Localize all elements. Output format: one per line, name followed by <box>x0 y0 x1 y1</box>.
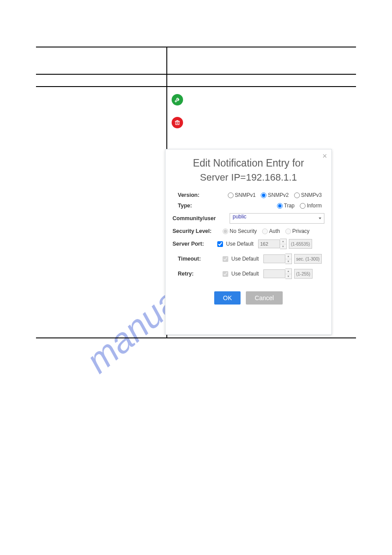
retry-hint: (1-255) <box>294 269 313 279</box>
table-cell <box>36 47 166 74</box>
wrench-icon[interactable] <box>172 94 183 105</box>
cancel-button[interactable]: Cancel <box>246 291 283 305</box>
field-security: Security Level: No Security Auth Privacy <box>173 228 324 234</box>
label-retry: Retry: <box>173 271 218 277</box>
table-row <box>36 74 356 86</box>
table-cell <box>166 75 356 86</box>
checkbox-label: Use Default <box>231 256 259 262</box>
radio-label: Privacy <box>292 228 309 234</box>
table-cell <box>36 75 166 86</box>
label-security: Security Level: <box>173 228 220 234</box>
radio-no-security[interactable]: No Security <box>223 228 257 234</box>
checkbox-label: Use Default <box>231 271 259 277</box>
dialog-title: Edit Notification Entry for <box>173 157 324 169</box>
spinner-icon[interactable]: ▴▾ <box>285 268 292 279</box>
close-icon[interactable]: × <box>322 152 327 160</box>
radio-label: Trap <box>284 203 295 209</box>
radio-auth[interactable]: Auth <box>262 228 280 234</box>
radio-privacy[interactable]: Privacy <box>285 228 309 234</box>
radio-label: No Security <box>230 228 257 234</box>
spinner-icon[interactable]: ▴▾ <box>280 239 287 249</box>
label-version: Version: <box>173 192 225 198</box>
radio-inform[interactable]: Inform <box>300 203 322 209</box>
retry-input-wrap: ▴▾ <box>263 268 292 279</box>
use-default-timeout[interactable]: Use Default <box>221 255 259 263</box>
timeout-input-wrap: ▴▾ <box>263 254 292 264</box>
spinner-icon[interactable]: ▴▾ <box>285 254 292 264</box>
label-server-port: Server Port: <box>173 241 213 247</box>
trash-icon[interactable] <box>172 117 183 128</box>
field-type: Type: Trap Inform <box>173 203 324 209</box>
retry-input[interactable] <box>263 269 285 278</box>
ok-button[interactable]: OK <box>214 291 241 305</box>
table-row: × Edit Notification Entry for Server IP=… <box>36 86 356 338</box>
table-cell <box>36 87 166 337</box>
label-community: Community/user <box>173 215 227 221</box>
dialog-buttons: OK Cancel <box>173 291 324 305</box>
checkbox-label: Use Default <box>226 241 254 247</box>
radio-label: Auth <box>269 228 280 234</box>
port-hint: (1-65535) <box>289 239 312 249</box>
community-select[interactable]: public <box>230 213 324 224</box>
use-default-retry[interactable]: Use Default <box>221 270 259 278</box>
table-cell-actions: × Edit Notification Entry for Server IP=… <box>166 87 356 337</box>
radio-label: Inform <box>307 203 322 209</box>
radio-trap[interactable]: Trap <box>277 203 295 209</box>
field-timeout: Timeout: Use Default ▴▾ sec. (1-300) <box>173 254 324 264</box>
radio-label: SNMPv3 <box>301 192 322 198</box>
label-type: Type: <box>173 203 225 209</box>
field-server-port: Server Port: Use Default ▴▾ (1-65535) <box>173 239 324 249</box>
radio-label: SNMPv2 <box>268 192 288 198</box>
field-retry: Retry: Use Default ▴▾ (1-255) <box>173 268 324 279</box>
radio-snmpv3[interactable]: SNMPv3 <box>294 192 322 198</box>
timeout-hint: sec. (1-300) <box>294 254 322 264</box>
table-row <box>36 47 356 74</box>
table-cell <box>166 47 356 74</box>
field-community: Community/user public <box>173 213 324 224</box>
use-default-port[interactable]: Use Default <box>216 240 254 248</box>
port-input[interactable] <box>258 239 280 248</box>
radio-snmpv2[interactable]: SNMPv2 <box>261 192 288 198</box>
spec-table: × Edit Notification Entry for Server IP=… <box>36 47 356 338</box>
edit-notification-dialog: × Edit Notification Entry for Server IP=… <box>165 149 332 335</box>
label-timeout: Timeout: <box>173 256 218 262</box>
radio-label: SNMPv1 <box>235 192 255 198</box>
timeout-input[interactable] <box>263 254 285 263</box>
dialog-subtitle: Server IP=192.168.1.1 <box>173 172 324 183</box>
radio-snmpv1[interactable]: SNMPv1 <box>228 192 255 198</box>
port-input-wrap: ▴▾ <box>258 239 287 249</box>
field-version: Version: SNMPv1 SNMPv2 SNMPv3 <box>173 192 324 198</box>
